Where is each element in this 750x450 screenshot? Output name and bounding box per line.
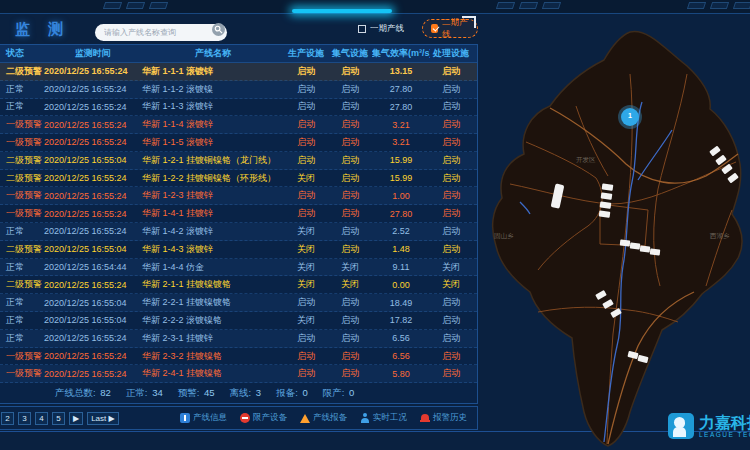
cell-time: 2020/12/25 16:55:24 bbox=[44, 137, 142, 147]
page-button-5[interactable]: 5 bbox=[52, 412, 65, 425]
summary-bar: 产线总数: 82正常: 34预警: 45离线: 3报备: 0限产: 0 bbox=[0, 383, 477, 403]
cell-time: 2020/12/25 16:55:24 bbox=[44, 280, 142, 290]
bottom-bar: 12345▶Last ▶ 产线信息限产设备产线报备实时工况报警历史 bbox=[0, 406, 478, 430]
cell-status: 一级预警 bbox=[0, 367, 44, 380]
header-bar: 监 测 一期产线 二期产线 bbox=[0, 14, 478, 44]
search-input[interactable] bbox=[95, 24, 227, 41]
table-row[interactable]: 正常2020/12/25 16:55:24华新 2-3-1 挂镀锌启动启动6.5… bbox=[0, 330, 477, 348]
district-boundary bbox=[493, 32, 743, 446]
cell-name: 华新 2-3-1 挂镀锌 bbox=[142, 332, 284, 345]
table-row[interactable]: 一级预警2020/12/25 16:55:24华新 2-3-2 挂镀镍铬启动启动… bbox=[0, 348, 477, 366]
legend-label: 产线报备 bbox=[313, 412, 347, 424]
summary-label: 正常: bbox=[126, 387, 150, 398]
line-info-icon bbox=[180, 413, 190, 423]
company-logo: 力嘉科技 LEAGUE TECH bbox=[668, 413, 750, 439]
cell-status: 正常 bbox=[0, 225, 44, 238]
summary-value: 0 bbox=[349, 387, 354, 398]
cell-gas: 启动 bbox=[328, 225, 372, 238]
legend-item[interactable]: 报警历史 bbox=[420, 412, 467, 424]
table-row[interactable]: 二级预警2020/12/25 16:55:04华新 1-4-3 滚镀锌关闭启动1… bbox=[0, 241, 477, 259]
cell-status: 一级预警 bbox=[0, 350, 44, 363]
table-row[interactable]: 正常2020/12/25 16:55:24华新 1-4-2 滚镀锌关闭启动2.5… bbox=[0, 223, 477, 241]
table-row[interactable]: 二级预警2020/12/25 16:55:24华新 2-1-1 挂镀镍镀铬关闭关… bbox=[0, 276, 477, 294]
top-glow-line bbox=[292, 9, 392, 13]
cell-name: 华新 2-1-1 挂镀镍镀铬 bbox=[142, 278, 284, 291]
phase1-label: 一期产线 bbox=[370, 23, 404, 35]
cell-treatment: 启动 bbox=[430, 189, 472, 202]
limited-device-icon bbox=[240, 413, 250, 423]
table-row[interactable]: 二级预警2020/12/25 16:55:04华新 1-2-1 挂镀铜镍铬（龙门… bbox=[0, 152, 477, 170]
legend-item[interactable]: 限产设备 bbox=[240, 412, 287, 424]
cell-production: 启动 bbox=[284, 65, 328, 78]
cell-status: 二级预警 bbox=[0, 172, 44, 185]
summary-label: 限产: bbox=[323, 387, 347, 398]
cell-status: 正常 bbox=[0, 83, 44, 96]
cell-efficiency: 27.80 bbox=[372, 209, 430, 219]
summary-item: 离线: 3 bbox=[230, 387, 262, 400]
district-map[interactable]: 1 开发区固山乡西湖乡 bbox=[480, 14, 750, 450]
checkbox-checked-icon bbox=[431, 24, 438, 33]
page-button-4[interactable]: 4 bbox=[35, 412, 48, 425]
cell-treatment: 关闭 bbox=[430, 278, 472, 291]
table-row[interactable]: 一级预警2020/12/25 16:55:24华新 1-4-1 挂镀锌启动启动2… bbox=[0, 205, 477, 223]
alarm-history-icon bbox=[420, 413, 430, 423]
summary-item: 产线总数: 82 bbox=[55, 387, 111, 400]
table-row[interactable]: 一级预警2020/12/25 16:55:24华新 2-4-1 挂镀镍铬启动启动… bbox=[0, 365, 477, 383]
cell-status: 正常 bbox=[0, 314, 44, 327]
cluster-marker-count: 1 bbox=[628, 112, 632, 119]
table-row[interactable]: 正常2020/12/25 16:55:04华新 2-2-1 挂镀镍镀铬启动启动1… bbox=[0, 294, 477, 312]
cell-name: 华新 1-4-2 滚镀锌 bbox=[142, 225, 284, 238]
cell-name: 华新 1-1-2 滚镀镍 bbox=[142, 83, 284, 96]
table-row[interactable]: 正常2020/12/25 16:54:44华新 1-4-4 仿金关闭关闭9.11… bbox=[0, 259, 477, 277]
table-row[interactable]: 正常2020/12/25 16:55:24华新 1-1-2 滚镀镍启动启动27.… bbox=[0, 81, 477, 99]
logo-title: 力嘉科技 bbox=[699, 415, 750, 431]
cell-efficiency: 0.00 bbox=[372, 280, 430, 290]
cell-efficiency: 2.52 bbox=[372, 226, 430, 236]
table-row[interactable]: 一级预警2020/12/25 16:55:24华新 1-1-4 滚镀锌启动启动3… bbox=[0, 116, 477, 134]
column-header-5: 集气效率(m³/s) bbox=[372, 47, 430, 60]
next-page-button[interactable]: ▶ bbox=[69, 412, 83, 425]
cell-status: 正常 bbox=[0, 296, 44, 309]
cell-gas: 启动 bbox=[328, 314, 372, 327]
cell-status: 一级预警 bbox=[0, 136, 44, 149]
cell-status: 二级预警 bbox=[0, 65, 44, 78]
column-header-2: 产线名称 bbox=[142, 47, 284, 60]
summary-label: 离线: bbox=[230, 387, 254, 398]
last-page-button[interactable]: Last ▶ bbox=[87, 412, 119, 425]
cell-treatment: 启动 bbox=[430, 314, 472, 327]
cell-treatment: 启动 bbox=[430, 296, 472, 309]
cell-name: 华新 2-3-2 挂镀镍铬 bbox=[142, 350, 284, 363]
cell-status: 一级预警 bbox=[0, 118, 44, 131]
search-button[interactable] bbox=[212, 23, 225, 36]
cell-treatment: 启动 bbox=[430, 243, 472, 256]
legend-item[interactable]: 产线信息 bbox=[180, 412, 227, 424]
cell-status: 二级预警 bbox=[0, 154, 44, 167]
cell-treatment: 关闭 bbox=[430, 261, 472, 274]
phase1-checkbox[interactable]: 一期产线 bbox=[358, 23, 404, 35]
cell-treatment: 启动 bbox=[430, 154, 472, 167]
table-row[interactable]: 二级预警2020/12/25 16:55:24华新 1-1-1 滚镀锌启动启动1… bbox=[0, 63, 477, 81]
table-row[interactable]: 二级预警2020/12/25 16:55:24华新 1-2-2 挂镀铜镍铬（环形… bbox=[0, 170, 477, 188]
cell-treatment: 启动 bbox=[430, 172, 472, 185]
column-header-3: 生产设施 bbox=[284, 47, 328, 60]
cell-production: 关闭 bbox=[284, 261, 328, 274]
cell-efficiency: 15.99 bbox=[372, 155, 430, 165]
cell-production: 启动 bbox=[284, 367, 328, 380]
cell-treatment: 启动 bbox=[430, 100, 472, 113]
summary-item: 报备: 0 bbox=[276, 387, 308, 400]
cell-gas: 关闭 bbox=[328, 278, 372, 291]
cell-time: 2020/12/25 16:55:04 bbox=[44, 155, 142, 165]
legend-item[interactable]: 产线报备 bbox=[300, 412, 347, 424]
cell-efficiency: 3.21 bbox=[372, 137, 430, 147]
table-row[interactable]: 正常2020/12/25 16:55:04华新 2-2-2 滚镀镍铬关闭启动17… bbox=[0, 312, 477, 330]
table-row[interactable]: 一级预警2020/12/25 16:55:24华新 1-1-5 滚镀锌启动启动3… bbox=[0, 134, 477, 152]
cell-name: 华新 1-4-4 仿金 bbox=[142, 261, 284, 274]
table-row[interactable]: 正常2020/12/25 16:55:24华新 1-1-3 滚镀锌启动启动27.… bbox=[0, 99, 477, 117]
legend-item[interactable]: 实时工况 bbox=[360, 412, 407, 424]
page-title: 监 测 bbox=[15, 20, 70, 39]
summary-value: 3 bbox=[256, 387, 261, 398]
page-button-3[interactable]: 3 bbox=[18, 412, 31, 425]
page-button-2[interactable]: 2 bbox=[1, 412, 14, 425]
cell-time: 2020/12/25 16:55:24 bbox=[44, 351, 142, 361]
table-row[interactable]: 一级预警2020/12/25 16:55:24华新 1-2-3 挂镀锌启动启动1… bbox=[0, 187, 477, 205]
